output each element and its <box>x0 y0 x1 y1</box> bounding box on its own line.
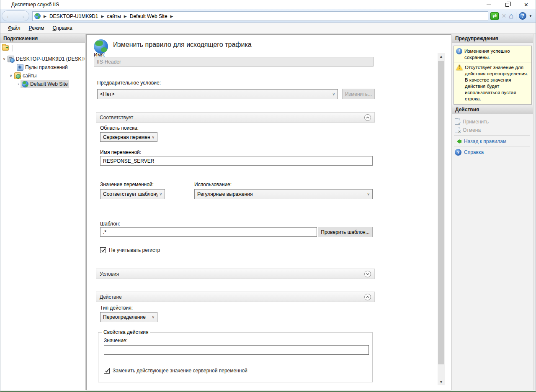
conditions-section-header[interactable]: Условия <box>96 269 375 279</box>
save-connection-icon[interactable] <box>2 45 9 51</box>
back-button[interactable]: ← <box>6 13 12 19</box>
tree-item-label: DESKTOP-U1MK9D1 (DESKTOP <box>16 56 85 62</box>
edit-precondition-button[interactable]: Изменить... <box>342 89 375 99</box>
minimize-icon <box>487 5 491 5</box>
actions-header: Действия <box>452 105 533 114</box>
action-section-header[interactable]: Действие <box>96 292 375 302</box>
menu-bar: Файл Режим Справка <box>0 23 536 33</box>
using-value: Регулярные выражения <box>197 191 365 197</box>
cancel-icon: ✕ <box>455 127 460 133</box>
pattern-label: Шаблон: <box>100 221 120 227</box>
menu-file[interactable]: Файл <box>5 24 24 32</box>
alert-warning: Отсутствует значение для действия переоп… <box>454 62 532 105</box>
chevron-down-icon[interactable]: ∨ <box>2 57 6 61</box>
name-value: IIS-Header <box>97 59 121 65</box>
restore-icon <box>505 3 509 7</box>
back-arrow-icon <box>455 139 461 144</box>
navigation-buttons: ← → <box>2 10 29 21</box>
tree-item-app-pools[interactable]: Пулы приложений <box>0 63 85 72</box>
chevron-up-circle-icon[interactable] <box>364 294 371 300</box>
chevron-down-icon: ∨ <box>159 192 162 196</box>
task-label: Отмена <box>463 127 481 133</box>
restore-button[interactable] <box>498 0 517 9</box>
chevron-down-icon: ∨ <box>367 192 370 196</box>
panel-scroll-track[interactable] <box>533 34 536 390</box>
stop-icon: ✕ <box>501 13 506 19</box>
home-icon[interactable]: ⌂ <box>509 12 513 20</box>
pattern-input[interactable]: .* <box>100 227 317 237</box>
action-type-value: Переопределение <box>103 314 150 320</box>
connections-header: Подключения <box>0 34 85 43</box>
help-icon: ? <box>455 149 461 156</box>
variable-value-label: Значение переменной: <box>100 182 154 187</box>
scrollbar-thumb[interactable] <box>438 61 444 364</box>
warning-icon <box>456 64 463 70</box>
scope-select[interactable]: Серверная переменн ∨ <box>100 132 157 142</box>
alert-text: Отсутствует значение для действия переоп… <box>465 64 530 102</box>
forward-button[interactable]: → <box>19 13 25 19</box>
minimize-button[interactable] <box>479 0 498 9</box>
back-to-rules-link[interactable]: Назад к правилам <box>452 137 533 146</box>
replace-label: Заменить действующее значение серверной … <box>113 368 247 374</box>
warnings-header: Предупреждения <box>452 34 533 43</box>
task-panel: Предупреждения i Изменения успешно сохра… <box>452 34 533 390</box>
restart-icon[interactable]: ⇄ <box>490 12 499 20</box>
tree-item-server[interactable]: ∨ DESKTOP-U1MK9D1 (DESKTOP <box>0 55 85 63</box>
precondition-label: Предварительное условие: <box>97 80 161 86</box>
chevron-right-icon[interactable]: › <box>16 82 21 86</box>
help-link[interactable]: ? Справка <box>452 148 533 156</box>
help-dropdown-caret-icon[interactable]: ▼ <box>529 14 532 18</box>
scrollbar-down-icon[interactable]: ▼ <box>438 378 445 385</box>
chevron-up-circle-icon[interactable] <box>364 114 371 121</box>
tree-item-sites[interactable]: ∨ сайты <box>0 72 85 80</box>
section-title: Соответствует <box>100 115 364 120</box>
section-title: Действие <box>100 294 364 300</box>
divider <box>454 135 530 136</box>
action-type-select[interactable]: Переопределение ∨ <box>100 312 157 322</box>
scrollbar-up-icon[interactable]: ▲ <box>438 53 445 60</box>
using-label: Использование: <box>194 182 232 187</box>
breadcrumb-segment-server[interactable]: DESKTOP-U1MK9D1 <box>49 13 98 19</box>
chevron-down-icon[interactable]: ∨ <box>9 74 13 78</box>
variable-name-input[interactable]: RESPONSE_SERVER <box>100 156 373 166</box>
address-bar: ← → ▶ DESKTOP-U1MK9D1 ▶ сайты ▶ Default … <box>0 9 536 23</box>
task-label: Применить <box>463 119 489 125</box>
variable-name-value: RESPONSE_SERVER <box>103 158 155 164</box>
match-section-header[interactable]: Соответствует <box>96 112 375 123</box>
breadcrumb-separator-icon: ▶ <box>123 14 128 18</box>
using-select[interactable]: Регулярные выражения ∨ <box>194 189 373 199</box>
ignore-case-checkbox-row[interactable]: Не учитывать регистр <box>100 247 160 253</box>
scope-label: Область поиска: <box>100 125 139 131</box>
checkbox-checked-icon[interactable] <box>104 368 110 374</box>
precondition-select[interactable]: <Нет> ∨ <box>97 89 338 99</box>
scope-value: Серверная переменн <box>103 134 150 140</box>
test-pattern-button[interactable]: Проверить шаблон... <box>318 227 373 237</box>
checkbox-checked-icon[interactable] <box>100 247 106 253</box>
breadcrumb-segment-site[interactable]: Default Web Site <box>130 13 168 19</box>
breadcrumb[interactable]: ▶ DESKTOP-U1MK9D1 ▶ сайты ▶ Default Web … <box>32 11 488 21</box>
action-type-label: Тип действия: <box>100 305 133 311</box>
breadcrumb-segment-sites[interactable]: сайты <box>107 13 121 19</box>
variable-value-select[interactable]: Соответствует шаблону ∨ <box>100 189 165 199</box>
name-input: IIS-Header <box>94 57 374 67</box>
alert-text: Изменения успешно сохранены. <box>464 48 530 61</box>
toolbar-divider <box>516 12 516 20</box>
replace-checkbox-row[interactable]: Заменить действующее значение серверной … <box>104 368 247 374</box>
group-legend: Свойства действия <box>102 329 150 335</box>
window-title: Диспетчер служб IIS <box>11 2 59 8</box>
chevron-down-icon: ∨ <box>152 135 155 139</box>
close-button[interactable]: ✕ <box>517 0 536 9</box>
apply-button: ✓ Применить <box>452 117 533 126</box>
tree-item-label: Default Web Site <box>30 81 68 87</box>
menu-help[interactable]: Справка <box>49 24 76 32</box>
value-input[interactable] <box>104 345 369 355</box>
tree-item-default-web-site[interactable]: › Default Web Site <box>0 80 85 88</box>
globe-icon <box>34 13 41 19</box>
chevron-down-circle-icon[interactable] <box>364 271 371 277</box>
vertical-scrollbar[interactable]: ▲ ▼ <box>438 53 445 385</box>
menu-view[interactable]: Режим <box>26 24 48 32</box>
page-title: Изменить правило для исходящего трафика <box>113 41 252 49</box>
task-label: Назад к правилам <box>464 138 506 144</box>
help-icon[interactable]: ? <box>519 12 526 20</box>
precondition-value: <Нет> <box>100 91 330 97</box>
